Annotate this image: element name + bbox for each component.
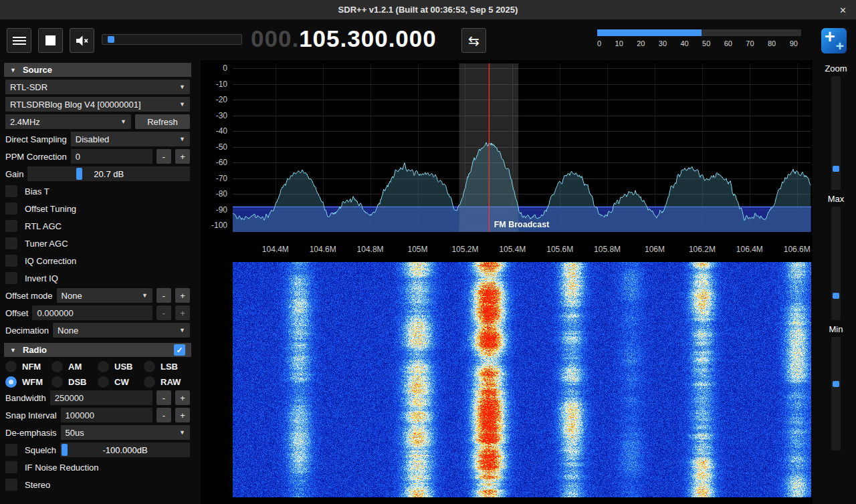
- ppm-decrement-button[interactable]: -: [156, 149, 171, 164]
- wfm-radio[interactable]: [5, 376, 17, 388]
- freq-tick-label: 105.6M: [546, 245, 573, 254]
- fft-freq-axis: 104.4M104.6M104.8M105M105.2M105.4M105.6M…: [201, 245, 813, 257]
- volume-slider-grab[interactable]: [108, 36, 114, 43]
- iq-correction-row: ✓ IQ Correction: [5, 253, 190, 268]
- max-label: Max: [816, 194, 856, 204]
- display-area: 0-10-20-30-40-50-60-70-80-90-100 FM Broa…: [201, 60, 813, 504]
- mode-wfm[interactable]: WFM: [5, 376, 51, 388]
- titlebar[interactable]: SDR++ v1.2.1 (Built at 00:36:53, Sep 5 2…: [0, 0, 856, 20]
- raw-radio[interactable]: [144, 376, 155, 388]
- chevron-down-icon: ▼: [175, 101, 185, 108]
- snr-tick-label: 80: [768, 39, 776, 47]
- cw-radio[interactable]: [98, 376, 109, 388]
- bandwidth-label: Bandwidth: [5, 393, 46, 403]
- sdrpp-window: SDR++ v1.2.1 (Built at 00:36:53, Sep 5 2…: [0, 0, 856, 504]
- device-select[interactable]: RTLSDRBlog Blog V4 [00000001] ▼: [5, 97, 190, 112]
- ppm-increment-button[interactable]: +: [175, 149, 190, 164]
- sdrpp-logo-icon[interactable]: + +: [821, 28, 847, 53]
- fft-plot[interactable]: [233, 64, 811, 236]
- snap-decrement-button[interactable]: -: [156, 408, 171, 422]
- bias-t-checkbox[interactable]: ✓: [5, 185, 17, 197]
- chevron-down-icon: ▼: [175, 136, 185, 142]
- bandwidth-increment-button[interactable]: +: [175, 390, 190, 405]
- iq-correction-checkbox[interactable]: ✓: [5, 255, 17, 267]
- source-type-select[interactable]: RTL-SDR ▼: [5, 80, 190, 94]
- window-title: SDR++ v1.2.1 (Built at 00:36:53, Sep 5 2…: [338, 5, 518, 15]
- radio-enable-checkbox[interactable]: ✓: [174, 344, 185, 356]
- volume-slider[interactable]: [102, 34, 242, 45]
- snr-tick-label: 90: [790, 39, 798, 47]
- min-slider-grab[interactable]: [833, 381, 839, 387]
- close-button[interactable]: ✕: [839, 0, 847, 20]
- stereo-checkbox[interactable]: ✓: [5, 479, 17, 491]
- mode-nfm[interactable]: NFM: [5, 361, 51, 372]
- gain-label: Gain: [5, 169, 23, 179]
- offset-tuning-row: ✓ Offset Tuning: [5, 201, 190, 216]
- snr-fill: [597, 29, 702, 36]
- squelch-checkbox[interactable]: ✓: [5, 444, 17, 456]
- mode-cw[interactable]: CW: [98, 376, 144, 388]
- gain-slider[interactable]: 20.7 dB: [27, 166, 190, 181]
- db-tick-label: -30: [201, 112, 227, 120]
- bias-t-row: ✓ Bias T: [5, 184, 190, 199]
- mode-usb[interactable]: USB: [98, 361, 144, 372]
- ppm-input[interactable]: 0: [71, 149, 152, 164]
- snr-tick-label: 70: [746, 39, 754, 47]
- mode-raw[interactable]: RAW: [144, 376, 190, 388]
- menu-button[interactable]: [7, 28, 31, 53]
- radio-section-header[interactable]: ▼ Radio ✓: [4, 343, 191, 357]
- refresh-button[interactable]: Refresh: [135, 114, 190, 129]
- invert-iq-checkbox[interactable]: ✓: [5, 272, 17, 284]
- deemphasis-select[interactable]: 50us ▼: [61, 425, 190, 440]
- mute-button[interactable]: [70, 28, 94, 53]
- am-radio[interactable]: [51, 361, 63, 372]
- rtl-agc-checkbox[interactable]: ✓: [5, 220, 17, 232]
- direct-sampling-label: Direct Sampling: [5, 134, 67, 144]
- samplerate-select[interactable]: 2.4MHz ▼: [5, 114, 131, 129]
- if-noise-reduction-checkbox[interactable]: ✓: [5, 461, 17, 473]
- direct-sampling-select[interactable]: Disabled ▼: [71, 132, 190, 146]
- bandwidth-decrement-button[interactable]: -: [156, 390, 171, 405]
- usb-radio[interactable]: [98, 361, 109, 372]
- snap-increment-button[interactable]: +: [175, 408, 190, 422]
- zoom-slider-grab[interactable]: [833, 166, 839, 172]
- squelch-slider[interactable]: -100.000dB: [60, 443, 190, 457]
- source-section-header[interactable]: ▼ Source: [4, 63, 191, 77]
- if-nr-row: ✓ IF Noise Reduction: [5, 460, 190, 475]
- offset-increment-button[interactable]: +: [175, 305, 190, 320]
- nfm-radio[interactable]: [5, 361, 17, 372]
- offset-input[interactable]: 0.000000: [32, 305, 152, 320]
- offset-mode-select[interactable]: None ▼: [57, 288, 152, 303]
- snr-bar: [597, 29, 801, 36]
- freq-tick-label: 105.8M: [594, 245, 621, 254]
- frequency-display[interactable]: 000.105.300.000: [251, 21, 437, 56]
- db-tick-label: -90: [201, 206, 227, 214]
- bandwidth-input[interactable]: 250000: [50, 390, 152, 405]
- offset-mode-increment-button[interactable]: +: [175, 288, 190, 303]
- mode-lsb[interactable]: LSB: [144, 361, 190, 372]
- dsb-radio[interactable]: [51, 376, 63, 388]
- max-slider-grab[interactable]: [833, 293, 839, 299]
- tuning-mode-button[interactable]: ⇆: [461, 28, 486, 53]
- tuner-agc-checkbox[interactable]: ✓: [5, 237, 17, 249]
- decimation-select[interactable]: None ▼: [53, 323, 190, 338]
- snr-scale: 0102030405060708090: [597, 39, 798, 47]
- offset-label: Offset: [5, 308, 28, 318]
- freq-tick-label: 104.8M: [357, 245, 384, 254]
- db-tick-label: -80: [201, 190, 227, 198]
- stop-button[interactable]: [38, 28, 63, 53]
- zoom-slider[interactable]: [831, 76, 841, 190]
- waterfall[interactable]: [233, 262, 811, 497]
- tuner-agc-row: ✓ Tuner AGC: [5, 236, 190, 251]
- max-slider[interactable]: [831, 207, 841, 320]
- collapse-arrow-icon: ▼: [10, 347, 16, 354]
- min-slider[interactable]: [831, 337, 841, 451]
- lsb-radio[interactable]: [144, 361, 155, 372]
- offset-mode-decrement-button[interactable]: -: [156, 288, 171, 303]
- offset-decrement-button[interactable]: -: [156, 305, 171, 320]
- mode-dsb[interactable]: DSB: [51, 376, 98, 388]
- mode-am[interactable]: AM: [51, 361, 98, 372]
- offset-tuning-checkbox[interactable]: ✓: [5, 203, 17, 215]
- chevron-down-icon: ▼: [175, 429, 185, 436]
- snap-interval-input[interactable]: 100000: [61, 408, 152, 422]
